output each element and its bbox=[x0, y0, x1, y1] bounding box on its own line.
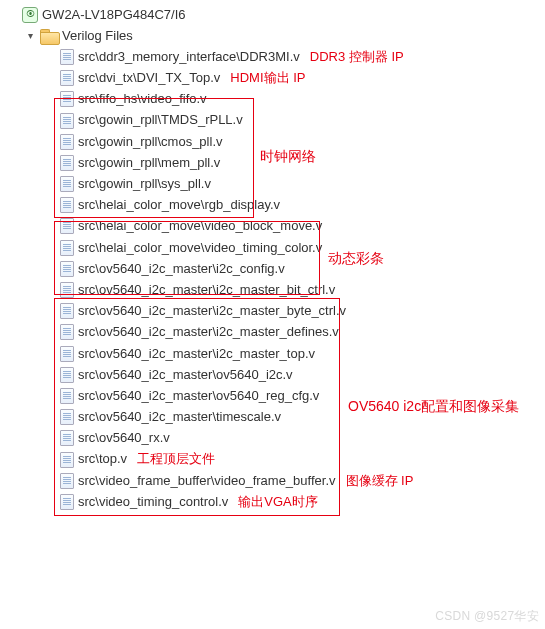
annotation-vga: 输出VGA时序 bbox=[238, 493, 317, 511]
file-icon bbox=[60, 282, 74, 298]
file-icon bbox=[60, 197, 74, 213]
file-label: src\ov5640_i2c_master\i2c_config.v bbox=[78, 260, 285, 278]
file-label: src\fifo_hs\video_fifo.v bbox=[78, 90, 207, 108]
file-label: src\video_frame_buffer\video_frame_buffe… bbox=[78, 472, 336, 490]
file-icon bbox=[60, 70, 74, 86]
tree-file[interactable]: src\helai_color_move\rgb_display.v bbox=[2, 195, 543, 216]
file-icon bbox=[60, 473, 74, 489]
file-label: src\gowin_rpll\cmos_pll.v bbox=[78, 133, 223, 151]
file-label: src\gowin_rpll\TMDS_rPLL.v bbox=[78, 111, 243, 129]
tree-file[interactable]: src\helai_color_move\video_timing_color.… bbox=[2, 237, 543, 258]
tree-file[interactable]: src\ov5640_i2c_master\i2c_master_top.v bbox=[2, 343, 543, 364]
chevron-down-icon bbox=[6, 9, 18, 21]
file-icon bbox=[60, 324, 74, 340]
folder-label: Verilog Files bbox=[62, 27, 133, 45]
tree-folder[interactable]: ▾ Verilog Files bbox=[2, 25, 543, 46]
file-label: src\ov5640_i2c_master\ov5640_i2c.v bbox=[78, 366, 293, 384]
tree-file[interactable]: src\gowin_rpll\sys_pll.v bbox=[2, 174, 543, 195]
tree-file[interactable]: src\fifo_hs\video_fifo.v bbox=[2, 89, 543, 110]
file-icon bbox=[60, 430, 74, 446]
tree-file[interactable]: src\ddr3_memory_interface\DDR3MI.v DDR3 … bbox=[2, 46, 543, 67]
file-icon bbox=[60, 452, 74, 468]
file-icon bbox=[60, 409, 74, 425]
tree-file[interactable]: src\ov5640_i2c_master\i2c_master_bit_ctr… bbox=[2, 279, 543, 300]
tree-file[interactable]: src\helai_color_move\video_block_move.v bbox=[2, 216, 543, 237]
file-icon bbox=[60, 303, 74, 319]
file-label: src\ov5640_i2c_master\i2c_master_top.v bbox=[78, 345, 315, 363]
file-label: src\gowin_rpll\mem_pll.v bbox=[78, 154, 220, 172]
file-label: src\video_timing_control.v bbox=[78, 493, 228, 511]
tree-file[interactable]: src\top.v 工程顶层文件 bbox=[2, 449, 543, 470]
annotation-fb: 图像缓存 IP bbox=[346, 472, 414, 490]
file-icon bbox=[60, 346, 74, 362]
file-tree: ⦿ GW2A-LV18PG484C7/I6 ▾ Verilog Files sr… bbox=[0, 0, 545, 521]
file-label: src\gowin_rpll\sys_pll.v bbox=[78, 175, 211, 193]
file-icon bbox=[60, 176, 74, 192]
chip-icon: ⦿ bbox=[22, 7, 38, 23]
tree-file[interactable]: src\ov5640_i2c_master\i2c_config.v bbox=[2, 258, 543, 279]
file-label: src\helai_color_move\rgb_display.v bbox=[78, 196, 280, 214]
file-label: src\helai_color_move\video_timing_color.… bbox=[78, 239, 322, 257]
file-label: src\ov5640_i2c_master\ov5640_reg_cfg.v bbox=[78, 387, 319, 405]
file-icon bbox=[60, 494, 74, 510]
watermark: CSDN @9527华安 bbox=[435, 608, 539, 625]
file-icon bbox=[60, 367, 74, 383]
file-icon bbox=[60, 261, 74, 277]
file-icon bbox=[60, 49, 74, 65]
file-icon bbox=[60, 388, 74, 404]
file-icon bbox=[60, 91, 74, 107]
file-label: src\ov5640_i2c_master\i2c_master_defines… bbox=[78, 323, 339, 341]
chevron-down-icon: ▾ bbox=[24, 30, 36, 42]
annotation-ddr3: DDR3 控制器 IP bbox=[310, 48, 404, 66]
tree-file[interactable]: src\ov5640_rx.v bbox=[2, 428, 543, 449]
tree-file[interactable]: src\dvi_tx\DVI_TX_Top.v HDMI输出 IP bbox=[2, 68, 543, 89]
annotation-top: 工程顶层文件 bbox=[137, 450, 215, 468]
tree-file[interactable]: src\ov5640_i2c_master\i2c_master_defines… bbox=[2, 322, 543, 343]
annotation-hdmi: HDMI输出 IP bbox=[230, 69, 305, 87]
tree-file[interactable]: src\ov5640_i2c_master\timescale.v bbox=[2, 407, 543, 428]
file-label: src\ov5640_i2c_master\i2c_master_bit_ctr… bbox=[78, 281, 335, 299]
folder-icon bbox=[40, 29, 58, 43]
tree-file[interactable]: src\gowin_rpll\TMDS_rPLL.v bbox=[2, 110, 543, 131]
file-label: src\ov5640_i2c_master\i2c_master_byte_ct… bbox=[78, 302, 346, 320]
tree-file[interactable]: src\ov5640_i2c_master\ov5640_i2c.v bbox=[2, 364, 543, 385]
tree-file[interactable]: src\video_timing_control.v 输出VGA时序 bbox=[2, 491, 543, 512]
tree-file[interactable]: src\video_frame_buffer\video_frame_buffe… bbox=[2, 470, 543, 491]
tree-file[interactable]: src\gowin_rpll\mem_pll.v bbox=[2, 152, 543, 173]
file-label: src\ov5640_rx.v bbox=[78, 429, 170, 447]
tree-root[interactable]: ⦿ GW2A-LV18PG484C7/I6 bbox=[2, 4, 543, 25]
file-label: src\top.v bbox=[78, 450, 127, 468]
file-icon bbox=[60, 240, 74, 256]
file-label: src\dvi_tx\DVI_TX_Top.v bbox=[78, 69, 220, 87]
tree-file[interactable]: src\ov5640_i2c_master\i2c_master_byte_ct… bbox=[2, 301, 543, 322]
tree-file[interactable]: src\gowin_rpll\cmos_pll.v bbox=[2, 131, 543, 152]
file-icon bbox=[60, 218, 74, 234]
file-label: src\ov5640_i2c_master\timescale.v bbox=[78, 408, 281, 426]
file-label: src\ddr3_memory_interface\DDR3MI.v bbox=[78, 48, 300, 66]
file-icon bbox=[60, 155, 74, 171]
file-label: src\helai_color_move\video_block_move.v bbox=[78, 217, 322, 235]
root-label: GW2A-LV18PG484C7/I6 bbox=[42, 6, 186, 24]
file-icon bbox=[60, 134, 74, 150]
tree-file[interactable]: src\ov5640_i2c_master\ov5640_reg_cfg.v bbox=[2, 385, 543, 406]
file-icon bbox=[60, 113, 74, 129]
